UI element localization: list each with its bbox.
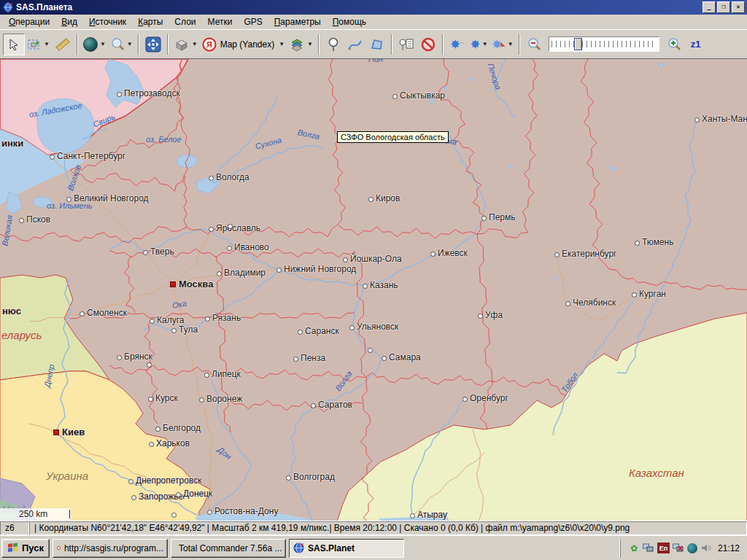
- map-city-marker: [363, 284, 368, 289]
- map-city-marker: [143, 250, 148, 255]
- placemark-icon: [328, 37, 339, 52]
- map-label-capital: Москва: [179, 279, 213, 289]
- map-label-river: Днепр: [42, 363, 55, 388]
- toolbar: ▼ ▼ ▼ ▼ Я Map (Yandex) ▼ ▼: [0, 29, 747, 58]
- qip-tray-icon[interactable]: ✿: [628, 542, 640, 554]
- map-label-country: еларусь: [1, 329, 42, 341]
- map-label-city: Белгород: [163, 423, 201, 433]
- hide-placemarks-button[interactable]: [417, 34, 439, 55]
- map-label-city: Днепропетровск: [136, 475, 201, 486]
- menu-item-4[interactable]: Карты: [132, 15, 169, 28]
- map-label-capital: Киев: [62, 427, 85, 438]
- menu-item-2[interactable]: Вид: [55, 15, 83, 28]
- download-selection-button[interactable]: ✸ ▼: [468, 34, 490, 55]
- magnifier-icon: [110, 37, 125, 52]
- zoom-in-button[interactable]: [663, 34, 685, 55]
- yandex-icon: Я: [202, 37, 217, 52]
- map-label-city: Йошкар-Ола: [350, 254, 402, 264]
- cursor-icon: [7, 38, 20, 51]
- cursor-tool-button[interactable]: [3, 34, 25, 55]
- map-city-marker: [311, 403, 316, 408]
- menu-item-1[interactable]: Операции: [3, 15, 55, 28]
- map-capital-marker: [170, 281, 176, 287]
- selection-rect-icon: [27, 38, 42, 51]
- red-accent: ◣: [501, 41, 506, 47]
- map-city-marker: [128, 479, 133, 484]
- map-label-city: Нижний Новгород: [284, 264, 356, 274]
- add-placemark-button[interactable]: [322, 34, 344, 55]
- map-city-marker: [117, 355, 122, 360]
- task-label: Total Commander 7.56a ...: [179, 543, 282, 553]
- volume-tray-icon[interactable]: [700, 542, 712, 554]
- map-label-river: оз. Белое: [146, 135, 182, 144]
- map-city-marker: [565, 301, 570, 306]
- red-accent: ◠: [459, 41, 464, 47]
- close-button[interactable]: ✕: [732, 1, 745, 13]
- map-label-river: Печора: [486, 62, 503, 90]
- map-label-city: Ульяновск: [357, 322, 398, 332]
- start-button[interactable]: Пуск: [1, 539, 50, 558]
- menu-item-7[interactable]: GPS: [238, 15, 268, 28]
- map-label-city: Пермь: [489, 212, 515, 222]
- task-button-browser[interactable]: http://sasgis.ru/program...: [53, 539, 168, 558]
- language-indicator[interactable]: En: [657, 542, 670, 553]
- map-capital-marker: [53, 429, 59, 435]
- map-label-city: Тверь: [150, 246, 174, 257]
- map-label-city: Смоленск: [87, 308, 127, 318]
- selection-tool-button[interactable]: ▼: [25, 34, 52, 55]
- full-extent-button[interactable]: [142, 34, 164, 55]
- task-button-total-commander[interactable]: Total Commander 7.56a ...: [171, 539, 286, 558]
- taskbar-clock: 21:12: [718, 543, 740, 553]
- globe-icon: [83, 37, 98, 52]
- network-tray-icon[interactable]: [643, 542, 654, 554]
- restore-button[interactable]: ❐: [717, 1, 730, 13]
- menu-item-3[interactable]: Источник: [83, 15, 132, 28]
- task-button-sas-planet[interactable]: SAS.Planet: [289, 539, 404, 558]
- ruler-tool-button[interactable]: [52, 34, 74, 55]
- globe-tray-icon[interactable]: [687, 543, 697, 553]
- add-polygon-button[interactable]: [366, 34, 388, 55]
- map-view[interactable]: ПетрозаводскСыктывкарСанкт-ПетербургВели…: [0, 58, 747, 521]
- menu-item-5[interactable]: Слои: [169, 15, 201, 28]
- search-button[interactable]: ▼: [108, 34, 135, 55]
- zoom-out-button[interactable]: [523, 34, 545, 55]
- map-city-marker: [147, 362, 152, 368]
- menu-item-6[interactable]: Метки: [202, 15, 239, 28]
- minimize-button[interactable]: _: [703, 1, 716, 13]
- map-label-city: Тюмень: [642, 237, 673, 247]
- map-label-city: Уфа: [485, 310, 503, 320]
- download-tiles-button[interactable]: ✸◠: [446, 34, 468, 55]
- map-tooltip: СЗФО Вологодская область: [337, 131, 449, 143]
- map-label-cityText: нюс: [2, 306, 21, 316]
- map-city-marker: [410, 513, 415, 518]
- chevron-down-icon: ▼: [307, 41, 313, 47]
- map-city-marker: [209, 176, 214, 181]
- placemark-manager-button[interactable]: [395, 34, 417, 55]
- status-info: | Координаты N60°21'42,18" E46°42'49,92"…: [29, 521, 747, 535]
- cache-mode-button[interactable]: ▼: [171, 34, 200, 55]
- chevron-down-icon: ▼: [279, 41, 285, 47]
- scale-bar-label: 250 km: [19, 509, 47, 519]
- map-label-river: Волга: [297, 128, 321, 141]
- zoom-slider-handle[interactable]: [574, 38, 582, 50]
- chevron-down-icon: ▼: [100, 41, 106, 47]
- map-source-select[interactable]: Я Map (Yandex) ▼: [200, 34, 287, 55]
- menu-item-9[interactable]: Помощь: [327, 15, 372, 28]
- add-path-button[interactable]: [344, 34, 366, 55]
- map-city-marker: [694, 117, 700, 122]
- map-city-marker: [227, 246, 232, 251]
- map-city-marker: [276, 268, 282, 273]
- network-disconnected-tray-icon[interactable]: [673, 542, 684, 554]
- layers-button[interactable]: ▼: [287, 34, 315, 55]
- map-label-river: Тобол: [560, 370, 579, 394]
- map-city-marker: [148, 397, 153, 402]
- map-label-city: Волгоград: [293, 472, 335, 482]
- map-city-marker: [207, 510, 212, 515]
- zoom-slider[interactable]: [549, 36, 659, 52]
- download-layer-button[interactable]: ✸◣ ▼: [490, 34, 516, 55]
- globe-view-button[interactable]: ▼: [81, 34, 108, 55]
- app-icon: [3, 2, 13, 12]
- map-label-city: Челябинск: [573, 298, 616, 308]
- map-city-marker: [171, 328, 177, 333]
- menu-item-8[interactable]: Параметры: [268, 15, 327, 28]
